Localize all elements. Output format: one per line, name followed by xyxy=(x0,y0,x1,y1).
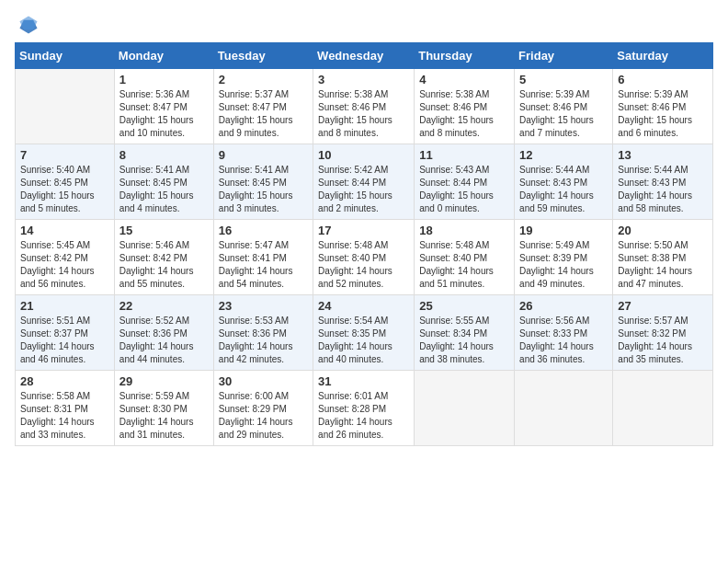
calendar-cell: 10Sunrise: 5:42 AMSunset: 8:44 PMDayligh… xyxy=(313,144,415,220)
day-number: 6 xyxy=(618,73,708,86)
calendar-week-row: 7Sunrise: 5:40 AMSunset: 8:45 PMDaylight… xyxy=(16,144,713,220)
weekday-header: Tuesday xyxy=(213,43,313,69)
weekday-header: Sunday xyxy=(16,43,115,69)
day-number: 22 xyxy=(119,299,209,313)
cell-info: Sunrise: 5:39 AMSunset: 8:46 PMDaylight:… xyxy=(618,88,708,140)
cell-info: Sunrise: 6:00 AMSunset: 8:29 PMDaylight:… xyxy=(219,390,308,442)
day-number: 2 xyxy=(219,73,308,86)
calendar-week-row: 1Sunrise: 5:36 AMSunset: 8:47 PMDaylight… xyxy=(16,69,713,144)
calendar-cell: 3Sunrise: 5:38 AMSunset: 8:46 PMDaylight… xyxy=(313,69,415,144)
cell-info: Sunrise: 5:51 AMSunset: 8:37 PMDaylight:… xyxy=(20,315,109,366)
day-number: 13 xyxy=(618,148,708,162)
calendar-cell: 30Sunrise: 6:00 AMSunset: 8:29 PMDayligh… xyxy=(213,371,313,446)
day-number: 16 xyxy=(219,224,308,237)
calendar-cell xyxy=(16,69,115,144)
calendar-cell: 21Sunrise: 5:51 AMSunset: 8:37 PMDayligh… xyxy=(16,295,115,371)
page-header xyxy=(15,15,713,35)
cell-info: Sunrise: 5:48 AMSunset: 8:40 PMDaylight:… xyxy=(318,239,409,291)
calendar-cell: 24Sunrise: 5:54 AMSunset: 8:35 PMDayligh… xyxy=(313,295,415,371)
calendar-cell: 18Sunrise: 5:48 AMSunset: 8:40 PMDayligh… xyxy=(415,220,515,295)
day-number: 31 xyxy=(318,374,409,388)
day-number: 19 xyxy=(519,224,608,237)
day-number: 24 xyxy=(318,299,409,313)
calendar-cell: 29Sunrise: 5:59 AMSunset: 8:30 PMDayligh… xyxy=(114,371,213,446)
calendar-cell: 8Sunrise: 5:41 AMSunset: 8:45 PMDaylight… xyxy=(114,144,213,220)
cell-info: Sunrise: 5:44 AMSunset: 8:43 PMDaylight:… xyxy=(519,164,608,215)
calendar-cell: 13Sunrise: 5:44 AMSunset: 8:43 PMDayligh… xyxy=(613,144,713,220)
cell-info: Sunrise: 5:40 AMSunset: 8:45 PMDaylight:… xyxy=(20,164,109,215)
calendar-cell: 27Sunrise: 5:57 AMSunset: 8:32 PMDayligh… xyxy=(613,295,713,371)
calendar-cell xyxy=(613,371,713,446)
calendar-cell: 15Sunrise: 5:46 AMSunset: 8:42 PMDayligh… xyxy=(114,220,213,295)
cell-info: Sunrise: 5:50 AMSunset: 8:38 PMDaylight:… xyxy=(618,239,708,291)
day-number: 17 xyxy=(318,224,409,237)
cell-info: Sunrise: 5:43 AMSunset: 8:44 PMDaylight:… xyxy=(419,164,509,215)
weekday-header: Thursday xyxy=(415,43,515,69)
calendar-cell: 26Sunrise: 5:56 AMSunset: 8:33 PMDayligh… xyxy=(515,295,613,371)
day-number: 14 xyxy=(20,224,109,237)
day-number: 29 xyxy=(119,374,209,388)
calendar-cell: 4Sunrise: 5:38 AMSunset: 8:46 PMDaylight… xyxy=(415,69,515,144)
cell-info: Sunrise: 5:37 AMSunset: 8:47 PMDaylight:… xyxy=(219,88,308,140)
day-number: 21 xyxy=(20,299,109,313)
day-number: 12 xyxy=(519,148,608,162)
calendar-cell: 22Sunrise: 5:52 AMSunset: 8:36 PMDayligh… xyxy=(114,295,213,371)
day-number: 30 xyxy=(219,374,308,388)
cell-info: Sunrise: 5:59 AMSunset: 8:30 PMDaylight:… xyxy=(119,390,209,442)
cell-info: Sunrise: 6:01 AMSunset: 8:28 PMDaylight:… xyxy=(318,390,409,442)
day-number: 23 xyxy=(219,299,308,313)
calendar-cell: 28Sunrise: 5:58 AMSunset: 8:31 PMDayligh… xyxy=(16,371,115,446)
calendar-cell: 7Sunrise: 5:40 AMSunset: 8:45 PMDaylight… xyxy=(16,144,115,220)
calendar-cell: 17Sunrise: 5:48 AMSunset: 8:40 PMDayligh… xyxy=(313,220,415,295)
cell-info: Sunrise: 5:53 AMSunset: 8:36 PMDaylight:… xyxy=(219,315,308,366)
calendar-cell: 6Sunrise: 5:39 AMSunset: 8:46 PMDaylight… xyxy=(613,69,713,144)
calendar-cell: 25Sunrise: 5:55 AMSunset: 8:34 PMDayligh… xyxy=(415,295,515,371)
calendar-cell: 23Sunrise: 5:53 AMSunset: 8:36 PMDayligh… xyxy=(213,295,313,371)
weekday-header: Wednesday xyxy=(313,43,415,69)
day-number: 1 xyxy=(119,73,209,86)
cell-info: Sunrise: 5:47 AMSunset: 8:41 PMDaylight:… xyxy=(219,239,308,291)
cell-info: Sunrise: 5:44 AMSunset: 8:43 PMDaylight:… xyxy=(618,164,708,215)
calendar-cell: 16Sunrise: 5:47 AMSunset: 8:41 PMDayligh… xyxy=(213,220,313,295)
day-number: 3 xyxy=(318,73,409,86)
day-number: 5 xyxy=(519,73,608,86)
cell-info: Sunrise: 5:58 AMSunset: 8:31 PMDaylight:… xyxy=(20,390,109,442)
cell-info: Sunrise: 5:54 AMSunset: 8:35 PMDaylight:… xyxy=(318,315,409,366)
cell-info: Sunrise: 5:57 AMSunset: 8:32 PMDaylight:… xyxy=(618,315,708,366)
cell-info: Sunrise: 5:56 AMSunset: 8:33 PMDaylight:… xyxy=(519,315,608,366)
day-number: 27 xyxy=(618,299,708,313)
calendar-cell xyxy=(415,371,515,446)
cell-info: Sunrise: 5:36 AMSunset: 8:47 PMDaylight:… xyxy=(119,88,209,140)
cell-info: Sunrise: 5:45 AMSunset: 8:42 PMDaylight:… xyxy=(20,239,109,291)
calendar-week-row: 14Sunrise: 5:45 AMSunset: 8:42 PMDayligh… xyxy=(16,220,713,295)
cell-info: Sunrise: 5:38 AMSunset: 8:46 PMDaylight:… xyxy=(419,88,509,140)
cell-info: Sunrise: 5:41 AMSunset: 8:45 PMDaylight:… xyxy=(119,164,209,215)
cell-info: Sunrise: 5:55 AMSunset: 8:34 PMDaylight:… xyxy=(419,315,509,366)
cell-info: Sunrise: 5:38 AMSunset: 8:46 PMDaylight:… xyxy=(318,88,409,140)
calendar-cell: 31Sunrise: 6:01 AMSunset: 8:28 PMDayligh… xyxy=(313,371,415,446)
logo-icon xyxy=(18,15,39,35)
day-number: 28 xyxy=(20,374,109,388)
weekday-header: Friday xyxy=(515,43,613,69)
calendar-cell: 11Sunrise: 5:43 AMSunset: 8:44 PMDayligh… xyxy=(415,144,515,220)
calendar-body: 1Sunrise: 5:36 AMSunset: 8:47 PMDaylight… xyxy=(16,69,713,446)
day-number: 7 xyxy=(20,148,109,162)
day-number: 15 xyxy=(119,224,209,237)
day-number: 4 xyxy=(419,73,509,86)
cell-info: Sunrise: 5:42 AMSunset: 8:44 PMDaylight:… xyxy=(318,164,409,215)
day-number: 8 xyxy=(119,148,209,162)
day-number: 20 xyxy=(618,224,708,237)
calendar-cell: 20Sunrise: 5:50 AMSunset: 8:38 PMDayligh… xyxy=(613,220,713,295)
cell-info: Sunrise: 5:49 AMSunset: 8:39 PMDaylight:… xyxy=(519,239,608,291)
header-row: SundayMondayTuesdayWednesdayThursdayFrid… xyxy=(16,43,713,69)
weekday-header: Monday xyxy=(114,43,213,69)
logo xyxy=(15,15,39,35)
calendar-table: SundayMondayTuesdayWednesdayThursdayFrid… xyxy=(15,42,713,446)
day-number: 26 xyxy=(519,299,608,313)
day-number: 11 xyxy=(419,148,509,162)
calendar-cell: 19Sunrise: 5:49 AMSunset: 8:39 PMDayligh… xyxy=(515,220,613,295)
calendar-cell xyxy=(515,371,613,446)
cell-info: Sunrise: 5:46 AMSunset: 8:42 PMDaylight:… xyxy=(119,239,209,291)
calendar-cell: 12Sunrise: 5:44 AMSunset: 8:43 PMDayligh… xyxy=(515,144,613,220)
calendar-cell: 1Sunrise: 5:36 AMSunset: 8:47 PMDaylight… xyxy=(114,69,213,144)
